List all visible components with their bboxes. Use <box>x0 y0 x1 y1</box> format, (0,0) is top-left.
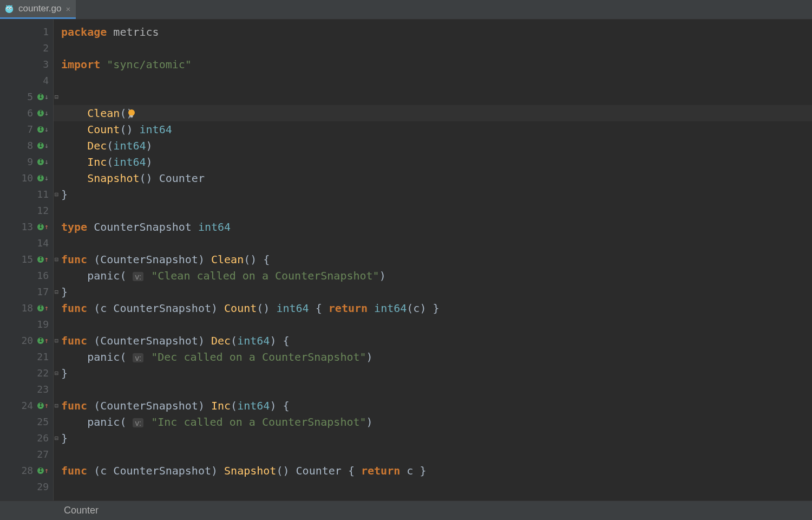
code-line[interactable]: import "sync/atomic" <box>54 56 812 73</box>
line-number: 8 <box>21 138 33 154</box>
code-line[interactable]: func (CounterSnapshot) Inc(int64) { <box>54 398 812 414</box>
code-line[interactable]: panic( v: "Clean called on a CounterSnap… <box>54 268 812 284</box>
line-number: 1 <box>37 24 49 40</box>
line-number: 16 <box>37 268 49 284</box>
code-line[interactable] <box>54 381 812 398</box>
implements-up-icon[interactable]: I↑ <box>37 251 49 268</box>
code-line[interactable] <box>54 446 812 463</box>
line-number: 26 <box>37 430 49 446</box>
tab-filename: counter.go <box>18 3 61 14</box>
line-number: 7 <box>21 121 33 138</box>
param-hint: v: <box>133 272 143 281</box>
tab-counter-go[interactable]: counter.go × <box>0 0 76 19</box>
code-line[interactable]: } <box>54 284 812 300</box>
svg-point-6 <box>128 109 135 116</box>
line-number: 3 <box>37 56 49 73</box>
code-line[interactable]: func (c CounterSnapshot) Snapshot() Coun… <box>54 463 812 479</box>
code-line[interactable]: panic( v: "Dec called on a CounterSnapsh… <box>54 349 812 365</box>
svg-rect-8 <box>130 117 133 118</box>
line-number: 10 <box>21 170 33 186</box>
line-number: 25 <box>37 414 49 430</box>
code-line[interactable]: } <box>54 365 812 381</box>
line-number: 6 <box>21 105 33 121</box>
intention-bulb-icon[interactable] <box>74 91 85 102</box>
code-line[interactable]: type Counter interface { <box>54 89 812 105</box>
code-line[interactable]: } <box>54 186 812 203</box>
implements-down-icon[interactable]: I↓ <box>37 89 49 105</box>
param-hint: v: <box>133 418 143 427</box>
code-area[interactable]: package metrics import "sync/atomic" typ… <box>53 20 812 500</box>
line-number: 23 <box>37 381 49 398</box>
code-line[interactable]: panic( v: "Inc called on a CounterSnapsh… <box>54 414 812 430</box>
line-number: 17 <box>37 284 49 300</box>
breadcrumb[interactable]: Counter <box>0 500 812 520</box>
param-hint: v: <box>133 353 143 362</box>
line-number: 19 <box>37 316 49 333</box>
line-number: 13 <box>21 219 33 235</box>
implements-up-icon[interactable]: I↑ <box>37 333 49 349</box>
line-number: 11 <box>37 186 49 203</box>
code-line[interactable]: func (CounterSnapshot) Clean() { <box>54 251 812 268</box>
line-number: 20 <box>21 333 33 349</box>
line-number: 27 <box>37 446 49 463</box>
svg-point-4 <box>10 8 11 9</box>
implements-up-icon[interactable]: I↑ <box>37 398 49 414</box>
line-number: 24 <box>21 398 33 414</box>
code-line[interactable]: Inc(int64) <box>54 154 812 170</box>
breadcrumb-item[interactable]: Counter <box>64 505 99 516</box>
line-number: 28 <box>21 463 33 479</box>
go-file-icon <box>4 4 14 14</box>
implements-up-icon[interactable]: I↑ <box>37 463 49 479</box>
line-number: 29 <box>37 479 49 495</box>
code-line[interactable]: func (CounterSnapshot) Dec(int64) { <box>54 333 812 349</box>
svg-point-5 <box>9 10 10 10</box>
implements-down-icon[interactable]: I↓ <box>37 154 49 170</box>
implements-down-icon[interactable]: I↓ <box>37 170 49 186</box>
code-line[interactable]: Count() int64 <box>54 121 812 138</box>
code-line[interactable] <box>54 479 812 495</box>
svg-rect-7 <box>130 115 133 117</box>
implements-up-icon[interactable]: I↑ <box>37 219 49 235</box>
gutter: 1 2 3 4 5I↓⊟ 6I↓ 7I↓ 8I↓ 9I↓ 10I↓ 11⊟ 12… <box>0 20 53 500</box>
code-line[interactable] <box>54 316 812 333</box>
implements-down-icon[interactable]: I↓ <box>37 105 49 121</box>
close-icon[interactable]: × <box>66 4 70 14</box>
svg-point-3 <box>8 8 9 9</box>
line-number: 12 <box>37 203 49 219</box>
tab-bar: counter.go × <box>0 0 812 20</box>
line-number: 14 <box>37 235 49 251</box>
editor: 1 2 3 4 5I↓⊟ 6I↓ 7I↓ 8I↓ 9I↓ 10I↓ 11⊟ 12… <box>0 20 812 500</box>
code-line[interactable]: Clean() <box>54 105 812 121</box>
line-number: 9 <box>21 154 33 170</box>
line-number: 18 <box>21 300 33 316</box>
line-number: 2 <box>37 40 49 56</box>
line-number: 4 <box>37 73 49 89</box>
code-line[interactable]: type CounterSnapshot int64 <box>54 219 812 235</box>
code-line[interactable]: Snapshot() Counter <box>54 170 812 186</box>
line-number: 5 <box>21 89 33 105</box>
code-line[interactable]: package metrics <box>54 24 812 40</box>
implements-down-icon[interactable]: I↓ <box>37 121 49 138</box>
line-number: 15 <box>21 251 33 268</box>
code-line[interactable]: } <box>54 430 812 446</box>
code-line[interactable]: func (c CounterSnapshot) Count() int64 {… <box>54 300 812 316</box>
code-line[interactable] <box>54 203 812 219</box>
code-line[interactable] <box>54 40 812 56</box>
implements-down-icon[interactable]: I↓ <box>37 138 49 154</box>
code-line[interactable]: Dec(int64) <box>54 138 812 154</box>
code-line[interactable] <box>54 73 812 89</box>
implements-up-icon[interactable]: I↑ <box>37 300 49 316</box>
line-number: 22 <box>37 365 49 381</box>
svg-point-0 <box>5 5 13 13</box>
code-line[interactable] <box>54 235 812 251</box>
line-number: 21 <box>37 349 49 365</box>
